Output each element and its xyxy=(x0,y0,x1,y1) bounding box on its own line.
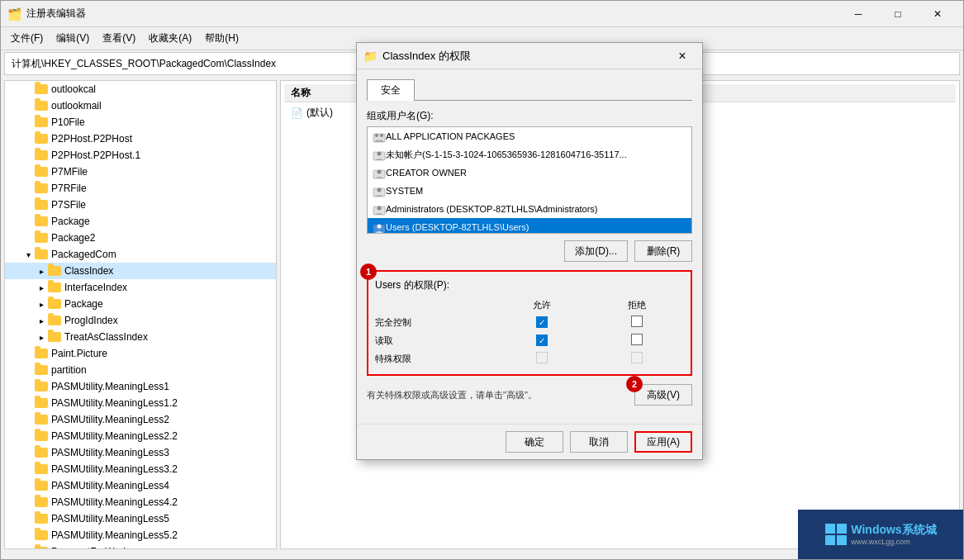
expand-icon[interactable]: ▸ xyxy=(35,297,48,311)
menu-file[interactable]: 文件(F) xyxy=(4,28,50,49)
menu-help[interactable]: 帮助(H) xyxy=(198,28,245,49)
expand-icon[interactable] xyxy=(21,99,35,112)
expand-icon[interactable]: ▸ xyxy=(35,314,48,327)
add-user-button[interactable]: 添加(D)... xyxy=(564,240,628,262)
expand-icon[interactable] xyxy=(21,529,35,542)
tree-item[interactable]: PASMUtility.MeaningLess4 xyxy=(5,477,276,494)
perm-deny-checkbox[interactable] xyxy=(589,331,684,349)
expand-icon[interactable]: ▸ xyxy=(35,281,48,294)
expand-icon[interactable] xyxy=(21,512,35,525)
expand-icon[interactable]: ▸ xyxy=(35,264,48,278)
folder-icon xyxy=(35,216,48,226)
tree-item[interactable]: Paint.Picture xyxy=(5,345,276,362)
tree-item[interactable]: Package2 xyxy=(5,230,276,246)
advanced-button[interactable]: 高级(V) xyxy=(634,384,692,406)
perm-allow-checkbox[interactable] xyxy=(495,331,590,349)
tree-item[interactable]: PASMUtility.MeaningLess2.2 xyxy=(5,428,276,444)
tree-item[interactable]: P2PHost.P2PHost.1 xyxy=(5,147,276,164)
tree-item[interactable]: partition xyxy=(5,362,276,378)
perm-row-special: 特殊权限 xyxy=(375,349,684,368)
expand-icon[interactable] xyxy=(21,182,35,195)
user-label: ALL APPLICATION PACKAGES xyxy=(386,131,515,141)
tree-item[interactable]: ▸ Package xyxy=(5,296,276,312)
apply-button[interactable]: 应用(A) xyxy=(634,431,692,453)
tree-item[interactable]: PASMUtility.MeaningLess5.2 xyxy=(5,527,276,543)
tree-item[interactable]: ▸ TreatAsClassIndex xyxy=(5,329,276,345)
expand-icon[interactable] xyxy=(21,83,35,96)
tree-item[interactable]: PASMUtility.MeaningLess4.2 xyxy=(5,494,276,510)
expand-icon[interactable] xyxy=(21,413,35,426)
dialog-close-button[interactable]: × xyxy=(669,43,696,69)
menu-edit[interactable]: 编辑(V) xyxy=(50,28,96,49)
read-deny-cb[interactable] xyxy=(631,334,643,345)
tree-item[interactable]: P7SFile xyxy=(5,197,276,213)
menu-favorites[interactable]: 收藏夹(A) xyxy=(142,28,198,49)
menu-view[interactable]: 查看(V) xyxy=(96,28,142,49)
tree-item[interactable]: Package xyxy=(5,213,276,230)
maximize-button[interactable]: □ xyxy=(879,1,917,27)
tree-item[interactable]: P7MFile xyxy=(5,164,276,180)
tree-item-classindex[interactable]: ▸ ClassIndex xyxy=(5,263,276,279)
svg-point-2 xyxy=(380,134,383,137)
tree-item[interactable]: ▾ PackagedCom xyxy=(5,246,276,263)
expand-icon[interactable] xyxy=(21,446,35,459)
cancel-button[interactable]: 取消 xyxy=(570,431,628,453)
expand-icon[interactable]: ▸ xyxy=(35,330,48,344)
expand-icon[interactable] xyxy=(21,231,35,244)
expand-icon[interactable]: ▾ xyxy=(21,248,35,261)
tree-item[interactable]: PASMUtility.MeaningLess1 xyxy=(5,378,276,395)
expand-icon[interactable] xyxy=(21,149,35,162)
expand-icon[interactable] xyxy=(21,165,35,178)
read-allow-cb[interactable] xyxy=(536,335,548,346)
tree-item[interactable]: P7RFile xyxy=(5,180,276,197)
expand-icon[interactable] xyxy=(21,463,35,476)
tree-item[interactable]: outlookcal xyxy=(5,81,276,97)
expand-icon[interactable] xyxy=(21,198,35,211)
user-item-selected[interactable]: Users (DESKTOP-82TLHLS\Users) xyxy=(368,218,691,234)
tree-item[interactable]: PASMUtility.MeaningLess5 xyxy=(5,510,276,527)
tree-panel[interactable]: outlookcal outlookmail P10File P2PHost.P… xyxy=(4,80,277,549)
user-item[interactable]: Administrators (DESKTOP-82TLHLS\Administ… xyxy=(368,200,691,218)
windows-logo-icon xyxy=(824,523,848,546)
tree-item-label: ClassIndex xyxy=(64,265,113,277)
full-control-allow-cb[interactable] xyxy=(536,316,548,328)
user-item[interactable]: CREATOR OWNER xyxy=(368,164,691,182)
full-control-deny-cb[interactable] xyxy=(631,316,643,327)
tree-item[interactable]: P10File xyxy=(5,114,276,131)
expand-icon[interactable] xyxy=(21,347,35,360)
watermark-brand: Windows系统城 xyxy=(851,523,936,538)
minimize-button[interactable]: ─ xyxy=(839,1,877,27)
perm-allow-checkbox[interactable] xyxy=(495,313,590,331)
tree-item[interactable]: P2PHost.P2PHost xyxy=(5,131,276,147)
expand-icon[interactable] xyxy=(21,215,35,228)
tab-security[interactable]: 安全 xyxy=(367,79,415,101)
expand-icon[interactable] xyxy=(21,380,35,393)
tree-item[interactable]: PASMUtility.MeaningLess3 xyxy=(5,444,276,461)
expand-icon[interactable] xyxy=(21,496,35,509)
tree-item[interactable]: ▸ InterfaceIndex xyxy=(5,279,276,296)
perm-deny-checkbox[interactable] xyxy=(589,313,684,331)
expand-icon[interactable] xyxy=(21,479,35,492)
user-item[interactable]: ALL APPLICATION PACKAGES xyxy=(368,127,691,145)
perm-row-full-control: 完全控制 xyxy=(375,313,684,331)
expand-icon[interactable] xyxy=(21,116,35,129)
tree-item[interactable]: PASMUtility.MeaningLess2 xyxy=(5,411,276,428)
ok-button[interactable]: 确定 xyxy=(506,431,563,453)
close-button[interactable]: ✕ xyxy=(919,1,957,27)
user-item[interactable]: SYSTEM xyxy=(368,182,691,200)
perm-name: 特殊权限 xyxy=(375,349,495,368)
expand-icon[interactable] xyxy=(21,429,35,443)
dialog-tab-bar: 安全 xyxy=(367,79,692,101)
user-item[interactable]: 未知帐户(S-1-15-3-1024-1065365936-1281604716… xyxy=(368,145,691,164)
tree-item[interactable]: ▸ ProgIdIndex xyxy=(5,312,276,329)
tree-item[interactable]: outlookmail xyxy=(5,97,276,114)
expand-icon[interactable] xyxy=(21,132,35,145)
users-list[interactable]: ALL APPLICATION PACKAGES 未知帐户(S-1-15-3-1… xyxy=(367,126,692,234)
expand-icon[interactable] xyxy=(21,363,35,377)
remove-user-button[interactable]: 删除(R) xyxy=(634,240,692,262)
expand-icon[interactable] xyxy=(21,545,35,549)
expand-icon[interactable] xyxy=(21,396,35,410)
tree-item[interactable]: PASMUtility.MeaningLess1.2 xyxy=(5,395,276,411)
tree-item[interactable]: PASMUtility.MeaningLess3.2 xyxy=(5,461,276,477)
tree-item[interactable]: PassportForWork xyxy=(5,543,276,549)
